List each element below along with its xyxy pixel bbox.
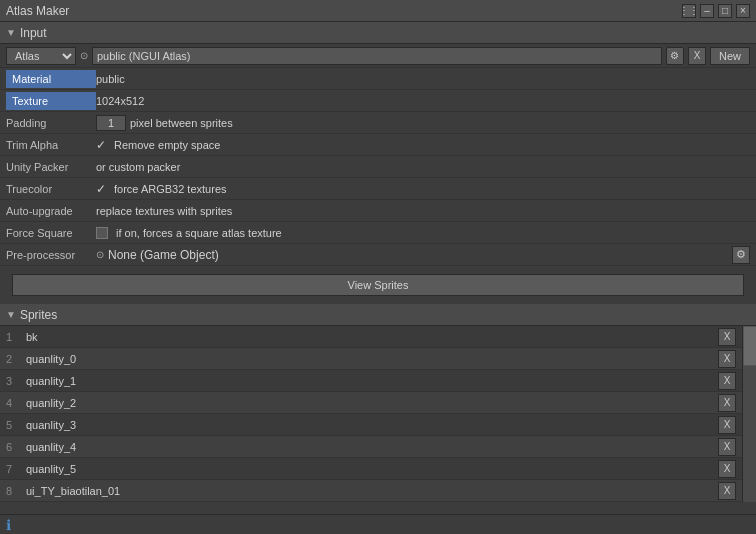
title-bar: Atlas Maker ⋮⋮ – □ × xyxy=(0,0,756,22)
atlas-lock-icon: ⊙ xyxy=(80,50,88,61)
sprite-name: quanlity_1 xyxy=(26,375,718,387)
sprite-name: quanlity_0 xyxy=(26,353,718,365)
pre-processor-row: Pre-processor ⊙ None (Game Object) ⚙ xyxy=(0,244,756,266)
status-bar: ℹ xyxy=(0,514,756,534)
texture-value: 1024x512 xyxy=(96,95,144,107)
sprite-x-btn[interactable]: X xyxy=(718,460,736,478)
truecolor-text: force ARGB32 textures xyxy=(114,183,227,195)
trim-alpha-label: Trim Alpha xyxy=(6,139,96,151)
sprite-list-with-scrollbar: 1 bk X 2 quanlity_0 X 3 quanlity_1 X 4 q… xyxy=(0,326,756,502)
close-btn[interactable]: × xyxy=(736,4,750,18)
sprite-num: 7 xyxy=(6,463,26,475)
window-title: Atlas Maker xyxy=(6,4,69,18)
auto-upgrade-value: replace textures with sprites xyxy=(96,205,232,217)
sprite-row[interactable]: 4 quanlity_2 X xyxy=(0,392,742,414)
sprite-row[interactable]: 6 quanlity_4 X xyxy=(0,436,742,458)
texture-label[interactable]: Texture xyxy=(6,92,96,110)
material-row: Material public xyxy=(0,68,756,90)
force-square-value: if on, forces a square atlas texture xyxy=(96,227,282,239)
sprite-row[interactable]: 5 quanlity_3 X xyxy=(0,414,742,436)
sprite-list-container: 1 bk X 2 quanlity_0 X 3 quanlity_1 X 4 q… xyxy=(0,326,756,502)
material-label[interactable]: Material xyxy=(6,70,96,88)
padding-value: pixel between sprites xyxy=(96,115,233,131)
atlas-new-btn[interactable]: New xyxy=(710,47,750,65)
padding-input[interactable] xyxy=(96,115,126,131)
atlas-value-field[interactable] xyxy=(92,47,662,65)
truecolor-check: ✓ xyxy=(96,182,106,196)
sprite-name: bk xyxy=(26,331,718,343)
trim-alpha-value: ✓ Remove empty space xyxy=(96,138,220,152)
padding-unit: pixel between sprites xyxy=(130,117,233,129)
sprite-x-btn[interactable]: X xyxy=(718,438,736,456)
atlas-x-btn[interactable]: X xyxy=(688,47,706,65)
padding-row: Padding pixel between sprites xyxy=(0,112,756,134)
maximize-btn[interactable]: □ xyxy=(718,4,732,18)
sprite-row[interactable]: 3 quanlity_1 X xyxy=(0,370,742,392)
sprite-x-btn[interactable]: X xyxy=(718,372,736,390)
atlas-row: Atlas ⊙ ⚙ X New xyxy=(0,44,756,68)
sprite-name: quanlity_5 xyxy=(26,463,718,475)
sprite-name: quanlity_3 xyxy=(26,419,718,431)
material-value: public xyxy=(96,73,125,85)
unity-packer-label: Unity Packer xyxy=(6,161,96,173)
sprite-x-btn[interactable]: X xyxy=(718,350,736,368)
sprite-row[interactable]: 7 quanlity_5 X xyxy=(0,458,742,480)
truecolor-value: ✓ force ARGB32 textures xyxy=(96,182,227,196)
sprite-num: 1 xyxy=(6,331,26,343)
sprite-num: 4 xyxy=(6,397,26,409)
trim-alpha-row: Trim Alpha ✓ Remove empty space xyxy=(0,134,756,156)
sprite-name: quanlity_2 xyxy=(26,397,718,409)
texture-row: Texture 1024x512 xyxy=(0,90,756,112)
sprite-row[interactable]: 1 bk X xyxy=(0,326,742,348)
sprite-row[interactable]: 8 ui_TY_biaotilan_01 X xyxy=(0,480,742,502)
sprite-num: 8 xyxy=(6,485,26,497)
sprite-num: 3 xyxy=(6,375,26,387)
truecolor-label: Truecolor xyxy=(6,183,96,195)
trim-alpha-check: ✓ xyxy=(96,138,106,152)
minimize-btn[interactable]: – xyxy=(700,4,714,18)
input-triangle-icon: ▼ xyxy=(6,27,16,38)
scrollbar-thumb[interactable] xyxy=(743,326,756,366)
padding-label: Padding xyxy=(6,117,96,129)
sprite-num: 6 xyxy=(6,441,26,453)
force-square-text: if on, forces a square atlas texture xyxy=(116,227,282,239)
force-square-checkbox[interactable] xyxy=(96,227,108,239)
scrollbar-track[interactable] xyxy=(742,326,756,502)
pre-processor-label: Pre-processor xyxy=(6,249,96,261)
sprites-section-label: Sprites xyxy=(20,308,57,322)
sprite-name: quanlity_4 xyxy=(26,441,718,453)
truecolor-row: Truecolor ✓ force ARGB32 textures xyxy=(0,178,756,200)
view-sprites-container: View Sprites xyxy=(0,266,756,304)
sprites-triangle-icon: ▼ xyxy=(6,309,16,320)
input-section-label: Input xyxy=(20,26,47,40)
info-icon: ℹ xyxy=(6,517,11,533)
force-square-row: Force Square if on, forces a square atla… xyxy=(0,222,756,244)
force-square-label: Force Square xyxy=(6,227,96,239)
sprite-x-btn[interactable]: X xyxy=(718,328,736,346)
sprite-num: 5 xyxy=(6,419,26,431)
pre-processor-text: None (Game Object) xyxy=(108,248,728,262)
pre-processor-value: ⊙ None (Game Object) ⚙ xyxy=(96,246,750,264)
trim-alpha-text: Remove empty space xyxy=(114,139,220,151)
view-sprites-btn[interactable]: View Sprites xyxy=(12,274,744,296)
unity-packer-text: or custom packer xyxy=(96,161,180,173)
sprite-row[interactable]: 2 quanlity_0 X xyxy=(0,348,742,370)
unity-packer-value: or custom packer xyxy=(96,161,180,173)
sprite-x-btn[interactable]: X xyxy=(718,416,736,434)
title-bar-controls: ⋮⋮ – □ × xyxy=(682,4,750,18)
menu-dots-btn[interactable]: ⋮⋮ xyxy=(682,4,696,18)
sprite-x-btn[interactable]: X xyxy=(718,394,736,412)
atlas-gear-btn[interactable]: ⚙ xyxy=(666,47,684,65)
pre-processor-gear-btn[interactable]: ⚙ xyxy=(732,246,750,264)
atlas-type-select[interactable]: Atlas xyxy=(6,47,76,65)
auto-upgrade-row: Auto-upgrade replace textures with sprit… xyxy=(0,200,756,222)
sprite-num: 2 xyxy=(6,353,26,365)
input-section-header[interactable]: ▼ Input xyxy=(0,22,756,44)
sprite-name: ui_TY_biaotilan_01 xyxy=(26,485,718,497)
unity-packer-row: Unity Packer or custom packer xyxy=(0,156,756,178)
sprite-list: 1 bk X 2 quanlity_0 X 3 quanlity_1 X 4 q… xyxy=(0,326,742,502)
sprites-section-header[interactable]: ▼ Sprites xyxy=(0,304,756,326)
pre-processor-icon: ⊙ xyxy=(96,249,104,260)
auto-upgrade-text: replace textures with sprites xyxy=(96,205,232,217)
sprite-x-btn[interactable]: X xyxy=(718,482,736,500)
